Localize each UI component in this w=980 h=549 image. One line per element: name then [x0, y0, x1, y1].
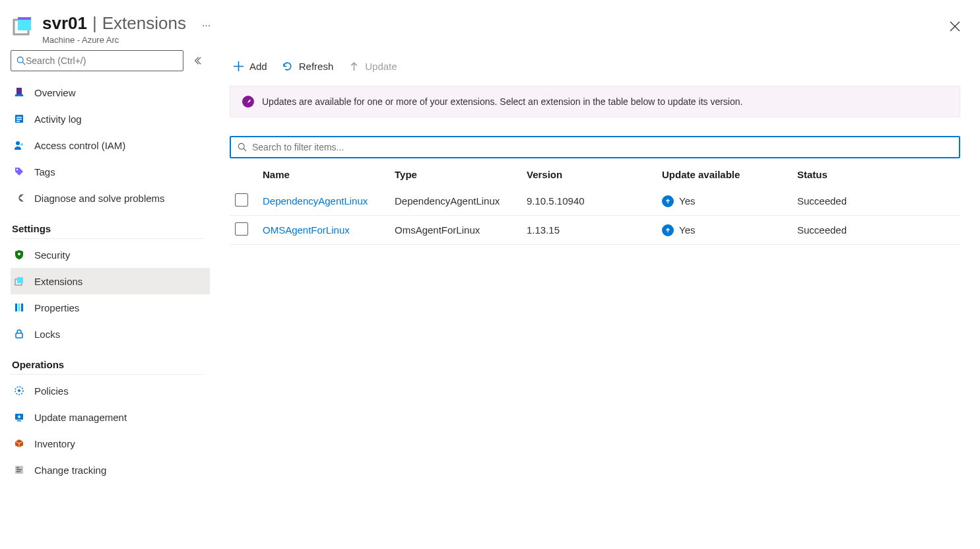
svg-rect-18: [18, 304, 20, 311]
add-label: Add: [249, 61, 267, 72]
col-status[interactable]: Status: [792, 161, 960, 187]
nav-label: Update management: [34, 412, 127, 423]
table-row[interactable]: OMSAgentForLinux OmsAgentForLinux 1.13.1…: [230, 216, 960, 245]
nav-diagnose[interactable]: Diagnose and solve problems: [11, 185, 210, 211]
resource-subtitle: Machine - Azure Arc: [42, 35, 965, 45]
title-separator: |: [92, 13, 97, 34]
tags-icon: [13, 166, 25, 178]
title-more-button[interactable]: ···: [202, 20, 211, 32]
svg-point-22: [18, 389, 20, 392]
svg-point-14: [18, 253, 20, 255]
section-title: Extensions: [102, 13, 186, 34]
refresh-icon: [282, 60, 294, 72]
row-checkbox[interactable]: [235, 193, 248, 207]
update-label: Update: [365, 61, 397, 72]
sidebar-nav[interactable]: Overview Activity log Access control (IA…: [11, 79, 210, 549]
col-type[interactable]: Type: [389, 161, 521, 187]
nav-label: Security: [34, 249, 70, 261]
update-mgmt-icon: [13, 411, 25, 423]
rocket-icon: [242, 96, 254, 108]
svg-rect-8: [16, 117, 22, 118]
filter-input[interactable]: [252, 142, 952, 152]
resource-icon: [12, 16, 33, 37]
collapse-sidebar-button[interactable]: [187, 51, 207, 71]
nav-label: Policies: [34, 385, 69, 397]
banner-text: Updates are available for one or more of…: [262, 96, 742, 107]
info-banner: Updates are available for one or more of…: [230, 86, 960, 117]
security-icon: [13, 249, 25, 261]
add-button[interactable]: Add: [232, 60, 267, 72]
change-tracking-icon: [13, 464, 25, 476]
nav-label: Properties: [34, 302, 79, 313]
sidebar-search[interactable]: [11, 50, 183, 71]
col-update[interactable]: Update available: [657, 161, 792, 187]
nav-label: Activity log: [34, 113, 82, 125]
overview-icon: [13, 86, 25, 98]
nav-policies[interactable]: Policies: [11, 377, 210, 404]
search-icon: [16, 56, 26, 65]
svg-rect-27: [16, 469, 22, 470]
svg-rect-9: [16, 119, 22, 120]
nav-properties[interactable]: Properties: [11, 294, 210, 321]
svg-rect-28: [16, 471, 20, 472]
svg-line-30: [244, 148, 246, 151]
svg-rect-5: [16, 88, 22, 94]
extensions-table: Name Type Version Update available Statu…: [230, 161, 960, 245]
add-icon: [232, 60, 244, 72]
update-value: Yes: [679, 224, 695, 236]
svg-rect-20: [16, 333, 22, 338]
svg-rect-17: [15, 304, 17, 311]
filter-search[interactable]: [230, 136, 960, 158]
nav-locks[interactable]: Locks: [11, 321, 210, 347]
extension-name-link[interactable]: DependencyAgentLinux: [263, 195, 368, 207]
extensions-icon: [13, 275, 25, 287]
main-content: Add Refresh Update Updates are available…: [210, 50, 980, 549]
group-settings-header: Settings: [11, 211, 203, 239]
row-checkbox[interactable]: [235, 222, 248, 236]
nav-label: Overview: [34, 87, 76, 98]
table-row[interactable]: DependencyAgentLinux DependencyAgentLinu…: [230, 187, 960, 216]
policies-icon: [13, 385, 25, 397]
svg-rect-10: [16, 121, 20, 122]
nav-label: Access control (IAM): [34, 140, 125, 151]
group-operations-header: Operations: [11, 347, 203, 375]
svg-point-3: [17, 57, 23, 63]
nav-security[interactable]: Security: [11, 242, 210, 268]
update-button: Update: [348, 60, 397, 72]
nav-label: Tags: [34, 166, 55, 178]
nav-tags[interactable]: Tags: [11, 158, 210, 185]
svg-rect-26: [16, 467, 19, 468]
col-version[interactable]: Version: [521, 161, 657, 187]
extension-name-link[interactable]: OMSAgentForLinux: [263, 224, 350, 236]
sidebar: Overview Activity log Access control (IA…: [0, 50, 210, 549]
col-name[interactable]: Name: [257, 161, 389, 187]
svg-point-29: [238, 143, 244, 149]
svg-rect-2: [18, 17, 31, 20]
nav-access-control[interactable]: Access control (IAM): [11, 132, 210, 158]
refresh-button[interactable]: Refresh: [282, 60, 334, 72]
update-value: Yes: [679, 195, 695, 207]
nav-extensions[interactable]: Extensions: [11, 268, 210, 294]
svg-point-13: [16, 169, 18, 171]
close-button[interactable]: [947, 18, 963, 34]
update-available-icon: [662, 195, 674, 207]
nav-inventory[interactable]: Inventory: [11, 430, 210, 457]
extension-status: Succeeded: [792, 187, 960, 216]
nav-update-management[interactable]: Update management: [11, 404, 210, 430]
nav-activity-log[interactable]: Activity log: [11, 106, 210, 132]
svg-rect-19: [21, 304, 23, 311]
svg-line-4: [22, 62, 25, 65]
extension-type: DependencyAgentLinux: [389, 187, 521, 216]
nav-overview[interactable]: Overview: [11, 79, 210, 106]
sidebar-search-input[interactable]: [26, 55, 178, 66]
properties-icon: [13, 302, 25, 313]
nav-label: Extensions: [34, 276, 82, 287]
svg-point-11: [16, 141, 20, 145]
nav-change-tracking[interactable]: Change tracking: [11, 457, 210, 483]
search-icon: [238, 143, 247, 152]
svg-rect-24: [17, 420, 21, 422]
refresh-label: Refresh: [299, 61, 334, 72]
extension-type: OmsAgentForLinux: [389, 216, 521, 245]
toolbar: Add Refresh Update: [230, 50, 960, 82]
nav-label: Locks: [34, 329, 60, 340]
